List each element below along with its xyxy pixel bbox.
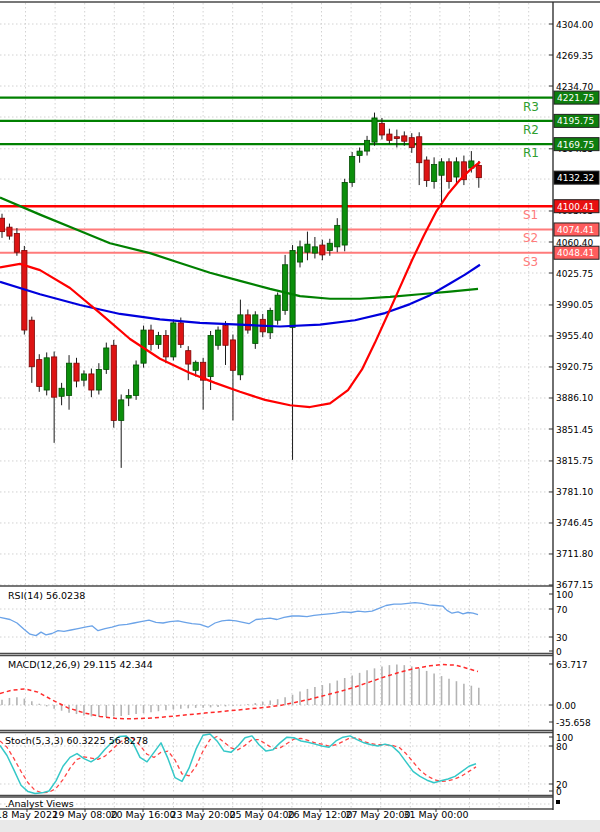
candle-bullish bbox=[454, 162, 459, 177]
resistance-label-r3: R3 bbox=[523, 100, 539, 114]
candle-bullish bbox=[372, 118, 377, 142]
candle-bearish bbox=[379, 123, 384, 135]
candle-bullish bbox=[297, 247, 302, 262]
candle-bullish bbox=[357, 151, 362, 155]
macd-axis-label: -35.658 bbox=[556, 718, 591, 728]
x-axis-label: 19 May 08:00 bbox=[52, 809, 117, 820]
candle-bullish bbox=[335, 225, 340, 246]
support-badge-s1-text: 4100.41 bbox=[557, 202, 594, 212]
candle-bullish bbox=[59, 388, 64, 396]
x-axis-label: 18 May 2022 bbox=[0, 809, 58, 820]
analyst-axis-marker bbox=[556, 800, 560, 804]
candle-bullish bbox=[350, 156, 355, 182]
resistance-label-r2: R2 bbox=[523, 123, 539, 137]
candle-bearish bbox=[74, 363, 79, 381]
x-axis-label: 20 May 16:00 bbox=[110, 809, 175, 820]
x-axis-label: 23 May 20:00 bbox=[170, 809, 235, 820]
candle-bearish bbox=[245, 315, 250, 330]
candle-bearish bbox=[223, 326, 228, 346]
candle-bearish bbox=[186, 351, 191, 364]
support-label-s1: S1 bbox=[523, 208, 538, 222]
price-axis-label: 4304.00 bbox=[556, 20, 593, 30]
price-axis-label: 4025.75 bbox=[556, 269, 593, 279]
candle-bullish bbox=[193, 362, 198, 370]
price-axis-label: 3886.10 bbox=[556, 393, 593, 403]
candle-bullish bbox=[342, 182, 347, 245]
candle-bearish bbox=[52, 357, 57, 397]
rsi-axis-label: 30 bbox=[556, 633, 568, 643]
macd-axis-label: 63.717 bbox=[556, 660, 588, 670]
candle-bearish bbox=[424, 160, 429, 181]
stoch-axis-label: 0 bbox=[556, 787, 562, 797]
candle-bearish bbox=[387, 134, 392, 140]
x-axis-label: 26 May 12:00 bbox=[287, 809, 352, 820]
candle-bullish bbox=[312, 247, 317, 253]
price-axis-label: 3781.10 bbox=[556, 487, 593, 497]
candle-bearish bbox=[29, 320, 34, 367]
candle-bullish bbox=[81, 374, 86, 380]
price-axis-label: 3851.45 bbox=[556, 425, 593, 435]
candle-bearish bbox=[37, 360, 42, 387]
rsi-axis-label: 70 bbox=[556, 605, 568, 615]
candle-bullish bbox=[104, 348, 109, 369]
stoch-indicator-label: Stoch(5,3,3) 60.3225 56.8278 bbox=[5, 735, 148, 746]
candle-bearish bbox=[446, 162, 451, 182]
resistance-badge-r3-text: 4221.75 bbox=[557, 93, 594, 103]
candle-bullish bbox=[275, 295, 280, 320]
candle-bullish bbox=[305, 244, 310, 252]
price-axis-label: 3711.80 bbox=[556, 549, 593, 559]
price-axis-label: 3955.40 bbox=[556, 331, 593, 341]
current-price-badge-text: 4132.32 bbox=[557, 173, 594, 183]
macd-axis-label: 0.00 bbox=[556, 701, 576, 711]
resistance-label-r1: R1 bbox=[523, 146, 539, 160]
candle-bearish bbox=[178, 323, 183, 344]
price-axis-label: 4234.70 bbox=[556, 82, 593, 92]
resistance-badge-r1-text: 4169.75 bbox=[557, 140, 594, 150]
ma-slow-green-line bbox=[0, 198, 478, 299]
candle-bullish bbox=[290, 250, 295, 327]
candle-bullish bbox=[44, 358, 49, 390]
stoch-axis-label: 80 bbox=[556, 742, 568, 752]
rsi-axis-label: 0 bbox=[556, 647, 562, 657]
candle-bearish bbox=[476, 165, 481, 177]
candle-bullish bbox=[439, 162, 444, 175]
candle-bullish bbox=[253, 315, 258, 344]
candle-bullish bbox=[364, 140, 369, 151]
candle-bearish bbox=[89, 374, 94, 390]
candle-bearish bbox=[111, 345, 116, 420]
candle-bearish bbox=[320, 245, 325, 255]
candle-bullish bbox=[126, 395, 131, 398]
candle-bearish bbox=[230, 340, 235, 370]
candle-bearish bbox=[0, 218, 5, 231]
candle-bearish bbox=[417, 137, 422, 163]
resistance-badge-r2-text: 4195.75 bbox=[557, 116, 594, 126]
candle-bearish bbox=[163, 335, 168, 356]
macd-indicator-label: MACD(12,26,9) 29.115 42.344 bbox=[8, 659, 153, 670]
candle-bearish bbox=[148, 330, 153, 344]
price-axis-label: 3990.05 bbox=[556, 300, 593, 310]
support-label-s2: S2 bbox=[523, 231, 538, 245]
macd-signal-line bbox=[0, 664, 478, 718]
support-badge-s2-text: 4074.41 bbox=[557, 225, 594, 235]
support-label-s3: S3 bbox=[523, 255, 538, 269]
price-axis-label: 3746.45 bbox=[556, 518, 593, 528]
candle-bearish bbox=[14, 233, 19, 252]
candle-bullish bbox=[96, 369, 101, 390]
candle-bearish bbox=[409, 138, 414, 148]
window-bottom-margin bbox=[0, 820, 600, 832]
candle-bullish bbox=[327, 243, 332, 250]
candle-bullish bbox=[283, 265, 288, 311]
candle-bullish bbox=[432, 165, 437, 182]
rsi-line bbox=[0, 603, 478, 636]
price-axis-label: 3815.75 bbox=[556, 456, 593, 466]
support-badge-s3-text: 4048.41 bbox=[557, 248, 594, 258]
candle-bullish bbox=[66, 363, 71, 395]
candle-bearish bbox=[402, 136, 407, 141]
candle-bullish bbox=[119, 400, 124, 421]
chart-canvas[interactable]: R3R2R1S1S2S34304.004269.354234.704164.55… bbox=[0, 0, 600, 832]
x-axis-label: 25 May 04:00 bbox=[229, 809, 294, 820]
trading-chart-window: R3R2R1S1S2S34304.004269.354234.704164.55… bbox=[0, 0, 600, 832]
candle-bearish bbox=[7, 227, 12, 236]
rsi-axis-label: 100 bbox=[556, 590, 573, 600]
price-axis-label: 3920.75 bbox=[556, 362, 593, 372]
